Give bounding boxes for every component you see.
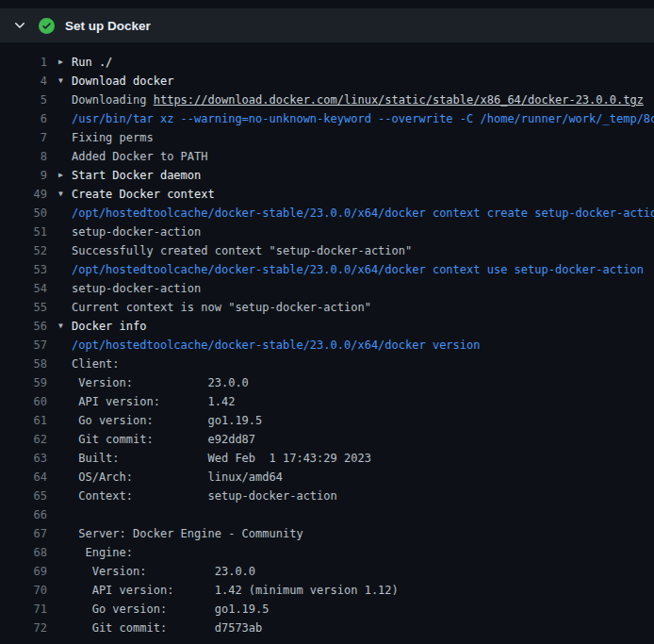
line-number[interactable]: 1 [0,53,47,72]
log-line: 6/usr/bin/tar xz --warning=no-unknown-ke… [0,109,654,128]
log-text: Context: setup-docker-action [72,487,337,505]
line-number[interactable]: 58 [0,355,47,373]
line-number[interactable]: 9 [0,166,47,185]
log-group-row[interactable]: 9▶Start Docker daemon [0,166,654,185]
log-command-text: /opt/hostedtoolcache/docker-stable/23.0.… [72,263,644,276]
log-line: 69 Version: 23.0.0 [0,562,654,581]
log-text: Git commit: e92dd87 [72,430,255,449]
log-line: 66 [0,505,654,524]
log-line: 52Successfully created context "setup-do… [0,241,654,260]
arrow-spacer [58,147,72,166]
group-expanded-icon[interactable]: ▼ [58,185,72,204]
line-number[interactable]: 5 [0,91,47,109]
arrow-spacer [58,411,72,430]
log-plain-text: Current context is now "setup-docker-act… [72,301,371,314]
arrow-spacer [58,619,72,637]
arrow-spacer [58,562,72,581]
log-text: Start Docker daemon [72,166,201,185]
log-line: 67 Server: Docker Engine - Community [0,524,654,543]
arrow-spacer [58,449,72,468]
line-number[interactable]: 68 [0,543,47,562]
arrow-spacer [58,505,72,524]
arrow-spacer [58,336,72,355]
log-group-row[interactable]: 1▶Run ./ [0,53,654,72]
line-number[interactable]: 55 [0,298,47,317]
chevron-down-icon[interactable] [12,18,27,33]
line-number[interactable]: 65 [0,487,47,505]
arrow-spacer [58,392,72,411]
line-number[interactable]: 71 [0,600,47,619]
log-text: Built: Wed Feb 1 17:43:29 2023 [72,449,371,468]
arrow-spacer [58,279,72,298]
line-number[interactable]: 7 [0,128,47,147]
log-plain-text: Docker info [72,320,146,333]
log-text: Client: [72,355,120,373]
line-number[interactable]: 63 [0,449,47,468]
log-text: Go version: go1.19.5 [72,600,270,619]
log-plain-text: Go version: go1.19.5 [72,603,270,616]
log-area: 1▶Run ./4▼Download docker5Downloading ht… [0,42,654,637]
line-number[interactable]: 59 [0,373,47,392]
line-number[interactable]: 6 [0,109,47,128]
check-circle-icon [39,18,55,34]
line-number[interactable]: 8 [0,147,47,166]
log-group-row[interactable]: 4▼Download docker [0,72,654,91]
log-line: 71 Go version: go1.19.5 [0,600,654,619]
log-line: 51setup-docker-action [0,223,654,241]
line-number[interactable]: 56 [0,317,47,336]
line-number[interactable]: 60 [0,392,47,411]
log-group-row[interactable]: 56▼Docker info [0,317,654,336]
log-text: Version: 23.0.0 [72,373,249,392]
log-line: 70 API version: 1.42 (minimum version 1.… [0,581,654,600]
log-plain-text: Engine: [72,546,133,559]
line-number[interactable]: 52 [0,241,47,260]
step-header[interactable]: Set up Docker [0,8,654,42]
log-line: 65 Context: setup-docker-action [0,487,654,505]
log-plain-text: Built: Wed Feb 1 17:43:29 2023 [72,452,371,465]
line-number[interactable]: 62 [0,430,47,449]
line-number[interactable]: 61 [0,411,47,430]
log-plain-text: setup-docker-action [72,225,201,239]
group-expanded-icon[interactable]: ▼ [58,317,72,336]
arrow-spacer [58,128,72,147]
arrow-spacer [58,487,72,505]
log-plain-text: Git commit: d7573ab [72,621,262,635]
line-number[interactable]: 57 [0,336,47,355]
log-text: Version: 23.0.0 [72,562,255,581]
log-plain-text: Server: Docker Engine - Community [72,527,303,540]
line-number[interactable]: 72 [0,619,47,637]
log-plain-text: Version: 23.0.0 [72,376,249,389]
line-number[interactable]: 49 [0,185,47,204]
log-line: 68 Engine: [0,543,654,562]
log-text: Go version: go1.19.5 [72,411,262,430]
line-number[interactable]: 4 [0,72,47,91]
log-line: 50/opt/hostedtoolcache/docker-stable/23.… [0,204,654,223]
line-number[interactable]: 69 [0,562,47,581]
log-text: Fixing perms [72,128,154,147]
arrow-spacer [58,223,72,241]
log-url-link[interactable]: https://download.docker.com/linux/static… [154,93,644,107]
line-number[interactable]: 66 [0,505,47,524]
arrow-spacer [58,91,72,109]
log-text: Engine: [72,543,133,562]
log-plain-text: Fixing perms [72,131,154,144]
line-number[interactable]: 50 [0,204,47,223]
log-group-row[interactable]: 49▼Create Docker context [0,185,654,204]
line-number[interactable]: 70 [0,581,47,600]
log-plain-text: setup-docker-action [72,282,201,295]
workflow-log-viewer: Set up Docker 1▶Run ./4▼Download docker5… [0,8,654,644]
line-number[interactable]: 67 [0,524,47,543]
group-collapsed-icon[interactable]: ▶ [58,53,72,72]
arrow-spacer [58,298,72,317]
log-line: 5Downloading https://download.docker.com… [0,91,654,109]
line-number[interactable]: 54 [0,279,47,298]
log-line: 8Added Docker to PATH [0,147,654,166]
group-collapsed-icon[interactable]: ▶ [58,166,72,185]
group-expanded-icon[interactable]: ▼ [58,72,72,91]
log-command-text: /opt/hostedtoolcache/docker-stable/23.0.… [72,206,654,220]
log-plain-text: Successfully created context "setup-dock… [72,244,412,257]
line-number[interactable]: 64 [0,468,47,487]
log-text: Git commit: d7573ab [72,619,262,637]
line-number[interactable]: 53 [0,260,47,279]
line-number[interactable]: 51 [0,223,47,241]
